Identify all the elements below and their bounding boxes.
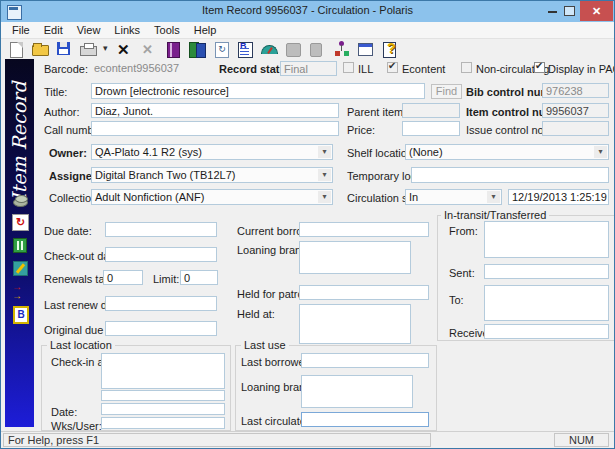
owner-dropdown[interactable]: QA-Plato 4.1 R2 (sys)▾ <box>91 144 333 160</box>
num-lock-indicator: NUM <box>554 433 609 447</box>
menu-edit[interactable]: Edit <box>37 24 70 36</box>
received-field[interactable] <box>484 324 609 339</box>
properties-window-icon[interactable] <box>356 41 375 58</box>
check-in-at-box[interactable] <box>101 353 225 389</box>
sent-field[interactable] <box>484 264 609 279</box>
refresh-clipboard-icon[interactable]: ↻ <box>212 41 231 58</box>
menu-file[interactable]: File <box>5 24 37 36</box>
chevron-down-icon: ▾ <box>594 146 607 158</box>
last-location-label: Last location <box>47 339 115 351</box>
barcode-value: econtent9956037 <box>91 61 236 76</box>
menu-view[interactable]: View <box>70 24 108 36</box>
menu-bar: File Edit View Links Tools Help <box>1 22 614 39</box>
ill-label: ILL <box>358 63 373 75</box>
econtent-checkbox <box>387 62 398 73</box>
shelf-location-dropdown[interactable]: (None)▾ <box>405 144 609 160</box>
collection-dropdown[interactable]: Adult Nonfiction (ANF)▾ <box>91 189 333 205</box>
help-icon[interactable]: ? <box>380 41 399 58</box>
loaning-branch-box[interactable] <box>299 241 411 274</box>
menu-tools[interactable]: Tools <box>147 24 187 36</box>
assigned-dropdown[interactable]: Digital Branch Two (TB12L7)▾ <box>91 167 333 183</box>
transfer-arrows-icon[interactable]: → <box>12 283 28 299</box>
last-borrower-field[interactable] <box>301 353 429 368</box>
from-label: From: <box>449 225 478 237</box>
save-icon[interactable] <box>55 41 74 58</box>
call-number-field[interactable] <box>91 121 339 136</box>
chevron-down-icon: ▾ <box>318 191 331 203</box>
noncirc-checkbox <box>461 62 472 73</box>
gauge-icon[interactable] <box>260 41 279 58</box>
inventory-icon[interactable] <box>12 237 28 253</box>
display-in-pac-checkbox[interactable] <box>534 62 545 73</box>
current-borrower-field[interactable] <box>299 222 429 237</box>
minimize-button[interactable] <box>548 11 557 13</box>
block-x-icon: ✕ <box>140 41 159 58</box>
hierarchy-icon[interactable] <box>332 41 351 58</box>
renewals-taken-field[interactable]: 0 <box>103 270 143 285</box>
from-box[interactable] <box>484 221 609 258</box>
record-status-field: Final <box>280 61 337 76</box>
title-field[interactable]: Drown [electronic resource] <box>91 83 425 99</box>
original-due-date-field[interactable] <box>105 321 217 336</box>
bib-record-books-icon[interactable] <box>188 41 207 58</box>
wks-user-field[interactable] <box>101 417 225 429</box>
money-icon[interactable] <box>12 195 28 211</box>
window-title: Item Record 9956037 - Circulation - Pola… <box>1 4 614 16</box>
display-in-pac-label: Display in PAC <box>548 63 615 75</box>
author-label: Author: <box>44 106 79 118</box>
date-field[interactable] <box>101 403 225 415</box>
to-label: To: <box>449 294 464 306</box>
last-renew-date-field[interactable] <box>105 296 217 311</box>
price-label: Price: <box>347 124 375 136</box>
econtent-label: Econtent <box>402 63 445 75</box>
held-at-box[interactable] <box>299 304 411 344</box>
issue-control-label: Issue control no.: <box>466 124 550 136</box>
check-in-at-line[interactable] <box>101 390 225 401</box>
status-bar: For Help, press F1 NUM <box>1 431 614 449</box>
parent-item-label: Parent item: <box>347 106 406 118</box>
price-field[interactable] <box>402 121 460 136</box>
chevron-down-icon: ▾ <box>318 169 331 181</box>
print-dropdown-caret[interactable]: ▾ <box>103 41 111 58</box>
circulation-status-dropdown[interactable]: In▾ <box>405 189 502 205</box>
ill-checkbox <box>343 62 354 73</box>
due-date-label: Due date: <box>44 225 92 237</box>
barcode-label: Barcode: <box>44 63 88 75</box>
sent-label: Sent: <box>449 267 475 279</box>
temporary-location-field[interactable] <box>411 167 609 183</box>
notes-icon[interactable] <box>12 260 28 276</box>
limit-field[interactable]: 0 <box>180 270 218 285</box>
title-label: Title: <box>44 86 67 98</box>
polaris-item-record-window: Item Record 9956037 - Circulation - Pola… <box>0 0 615 449</box>
bib-control-number-field: 976238 <box>542 83 609 98</box>
print-icon[interactable] <box>79 41 98 58</box>
menu-links[interactable]: Links <box>107 24 147 36</box>
chevron-down-icon: ▾ <box>318 146 331 158</box>
loaning-branch2-box[interactable] <box>301 375 413 408</box>
open-folder-icon[interactable] <box>31 41 50 58</box>
sidebar: Item Record ↻ → B <box>5 59 34 427</box>
ledger-b-icon[interactable]: B <box>236 41 255 58</box>
delete-x-icon[interactable]: ✕ <box>116 41 135 58</box>
status-message: For Help, press F1 <box>3 433 431 447</box>
record-b-icon[interactable]: B <box>12 306 28 322</box>
item-record-book-icon[interactable] <box>164 41 183 58</box>
author-field[interactable]: Diaz, Junot. <box>91 103 339 118</box>
close-button[interactable]: ✕ <box>580 1 613 21</box>
menu-help[interactable]: Help <box>187 24 224 36</box>
circulation-status-date[interactable]: 12/19/2013 1:25:19 PM <box>508 189 609 205</box>
in-transit-label: In-transit/Transferred <box>441 209 549 221</box>
maximize-button[interactable] <box>564 6 575 16</box>
held-for-patron-field[interactable] <box>299 285 429 300</box>
issue-control-field <box>542 121 609 136</box>
last-circulated-field[interactable] <box>301 412 429 427</box>
new-document-icon[interactable] <box>7 41 26 58</box>
limit-label: Limit: <box>153 273 179 285</box>
parent-item-field <box>402 103 460 118</box>
sidebar-title: Item Record <box>5 61 34 201</box>
to-box[interactable] <box>484 285 609 321</box>
due-date-field[interactable] <box>105 222 217 237</box>
history-icon[interactable]: ↻ <box>12 214 28 230</box>
checkout-date-field[interactable] <box>105 247 217 262</box>
date-label: Date: <box>51 406 77 418</box>
